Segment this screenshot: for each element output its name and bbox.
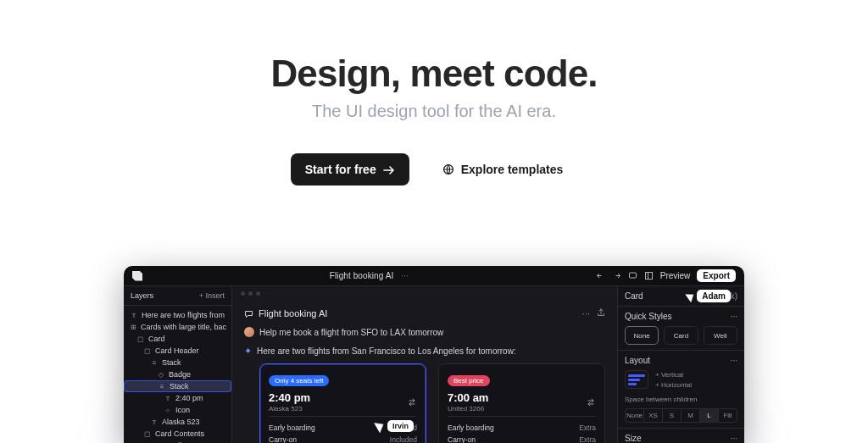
quick-style-option[interactable]: None <box>625 326 659 345</box>
detail-key: Early boarding <box>269 424 315 432</box>
canvas[interactable]: Flight booking AI ··· Help me book a fli… <box>232 286 617 443</box>
svg-rect-1 <box>629 273 636 278</box>
space-label: Space between children <box>625 396 737 403</box>
layer-node[interactable]: TAlaska 523 <box>124 416 231 428</box>
layer-node[interactable]: ○Icon <box>124 404 231 416</box>
space-option[interactable]: XS <box>643 408 662 423</box>
flight-time: 2:40 pm <box>269 391 310 404</box>
panels-icon[interactable] <box>644 271 654 280</box>
layer-label: Alaska 523 <box>162 418 200 426</box>
layer-glyph-icon: T <box>131 312 137 319</box>
more-icon[interactable]: ··· <box>731 434 737 443</box>
layer-label: Stack <box>162 358 181 367</box>
layers-tab[interactable]: Layers <box>131 291 153 300</box>
layer-glyph-icon: ▢ <box>144 430 151 438</box>
detail-row: Carry-onIncluded <box>269 434 417 443</box>
layer-node[interactable]: ▢Card Contents <box>124 428 231 440</box>
quick-styles-label: Quick Styles <box>625 312 672 321</box>
quick-style-option[interactable]: Card <box>664 326 698 345</box>
layer-glyph-icon: ≡ <box>159 383 165 390</box>
collab-cursor-name: Adam <box>697 290 731 302</box>
detail-key: Carry-on <box>269 435 297 443</box>
layer-label: Card Contents <box>155 429 204 438</box>
layer-label: Stack <box>170 382 189 390</box>
card-badge: Best price <box>448 375 490 386</box>
size-label: Size <box>625 434 641 443</box>
cursor-icon <box>685 290 696 302</box>
detail-key: Carry-on <box>448 435 476 443</box>
app-topbar: Flight booking AI ··· Preview Export Ada… <box>124 266 744 286</box>
preview-button[interactable]: Preview <box>660 271 691 280</box>
space-option[interactable]: Fill <box>718 408 737 423</box>
user-message: Help me book a flight from SFO to LAX to… <box>259 328 443 337</box>
layer-node[interactable]: —Detail Row <box>124 440 231 443</box>
layer-node[interactable]: ◇Badge <box>124 368 231 380</box>
layer-node[interactable]: THere are two flights from <box>124 309 231 321</box>
svg-rect-2 <box>645 273 652 280</box>
space-option[interactable]: M <box>681 408 699 423</box>
card-badge: Only 4 seats left <box>269 375 329 386</box>
layers-panel: Layers + Insert THere are two flights fr… <box>124 286 232 443</box>
doc-menu-icon[interactable]: ··· <box>401 271 409 280</box>
start-free-button[interactable]: Start for free <box>291 153 409 186</box>
explore-templates-button[interactable]: Explore templates <box>428 153 578 186</box>
swap-icon[interactable] <box>407 397 417 407</box>
layer-label: 2:40 pm <box>175 394 203 402</box>
flight-time: 7:00 am <box>448 391 488 404</box>
layer-tree[interactable]: THere are two flights from⊞Cards with la… <box>124 306 231 443</box>
insert-button[interactable]: + Insert <box>199 291 225 300</box>
layout-vertical-button[interactable]: + Vertical <box>655 371 692 379</box>
start-free-label: Start for free <box>305 163 376 176</box>
more-icon[interactable]: ··· <box>731 356 737 365</box>
space-option[interactable]: None <box>625 408 643 423</box>
layer-node[interactable]: T2:40 pm <box>124 392 231 404</box>
thread-more-icon[interactable]: ··· <box>582 308 590 318</box>
layer-node[interactable]: ▢Card Header <box>124 345 231 357</box>
ai-message: Here are two flights from San Francisco … <box>257 346 516 356</box>
flight-carrier: United 3266 <box>448 405 488 413</box>
thread-share-icon[interactable] <box>597 308 605 318</box>
detail-value: Included <box>390 435 417 443</box>
layer-label: Icon <box>175 406 190 414</box>
layer-glyph-icon: ◇ <box>158 371 164 379</box>
layer-label: Card Header <box>155 346 199 355</box>
detail-key: Early boarding <box>448 424 494 432</box>
layer-node[interactable]: ≡Stack <box>124 380 231 392</box>
chat-bubble-icon <box>244 309 253 318</box>
layer-glyph-icon: T <box>164 395 171 402</box>
layer-glyph-icon: T <box>151 418 158 426</box>
globe-icon <box>442 163 454 175</box>
swap-icon[interactable] <box>586 397 596 407</box>
layer-node[interactable]: ▢Card <box>124 333 231 345</box>
inspector-element-name: Card <box>625 291 643 301</box>
quick-style-option[interactable]: Well <box>704 326 737 345</box>
export-button[interactable]: Export <box>697 269 736 282</box>
space-option[interactable]: L <box>699 408 718 423</box>
ai-sparkle-icon: ✦ <box>244 346 252 357</box>
arrow-right-icon <box>383 165 395 175</box>
cursor-icon <box>374 419 387 434</box>
device-icon[interactable] <box>628 271 637 280</box>
more-icon[interactable]: ··· <box>731 312 737 321</box>
explore-templates-label: Explore templates <box>461 163 564 176</box>
flight-card[interactable]: Best price 7:00 am United 3266 Early boa… <box>438 363 605 443</box>
layout-label: Layout <box>625 356 650 365</box>
layer-node[interactable]: ≡Stack <box>124 357 231 368</box>
space-option[interactable]: S <box>662 408 681 423</box>
thread-title: Flight booking AI <box>259 308 327 318</box>
canvas-cursor-name: Irvin <box>387 420 414 432</box>
canvas-collab-cursor: Irvin <box>376 420 414 432</box>
hero-title: Design, meet code. <box>0 53 868 95</box>
layer-glyph-icon: ≡ <box>151 359 158 367</box>
detail-row: Carry-onExtra <box>448 434 596 443</box>
layout-preview-icon <box>625 370 648 389</box>
layer-node[interactable]: ⊞Cards with large title, bac <box>124 321 231 333</box>
undo-icon[interactable] <box>596 271 605 280</box>
layout-horizontal-button[interactable]: + Horizontal <box>655 381 692 389</box>
layer-label: Cards with large title, bac <box>141 323 226 331</box>
layer-label: Badge <box>169 370 191 379</box>
detail-row: Early boardingExtra <box>448 422 596 434</box>
layer-glyph-icon: ⊞ <box>131 324 136 331</box>
redo-icon[interactable] <box>612 271 621 280</box>
doc-title[interactable]: Flight booking AI <box>330 271 394 280</box>
